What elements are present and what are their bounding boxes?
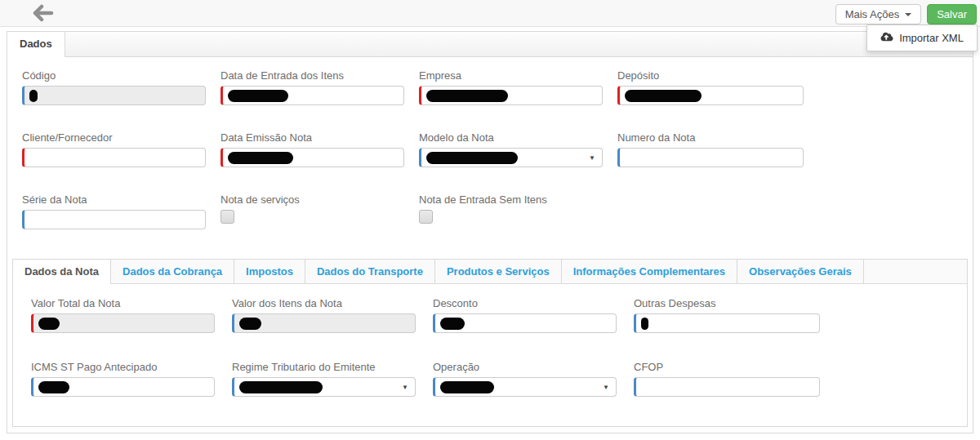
tab-dados-da-cobranca[interactable]: Dados da Cobrança (111, 260, 234, 284)
regime-label: Regime Tributario do Emitente (232, 361, 433, 373)
outras-despesas-label: Outras Despesas (634, 297, 835, 309)
deposito-input[interactable] (617, 86, 804, 105)
caret-down-icon (905, 13, 911, 16)
field-nota-servicos: Nota de serviços (220, 193, 419, 229)
field-cliente: Cliente/Fornecedor (22, 131, 220, 167)
field-nota-entrada-sem-itens: Nota de Entrada Sem Itens (419, 193, 617, 229)
cliente-input[interactable] (22, 148, 206, 167)
field-numero: Numero da Nota (617, 131, 816, 167)
redacted-value (426, 90, 508, 102)
serie-label: Série da Nota (22, 193, 220, 206)
redacted-value (239, 381, 323, 393)
field-cfop: CFOP (634, 361, 835, 397)
field-operacao: Operação ▼ (433, 361, 634, 397)
form-row-2: Cliente/Fornecedor Data Emissão Nota Mod… (22, 131, 973, 167)
operacao-select[interactable]: ▼ (433, 377, 617, 397)
tab-produtos-e-servicos[interactable]: Produtos e Serviços (435, 260, 562, 284)
field-valor-total: Valor Total da Nota (31, 297, 232, 333)
data-emissao-label: Data Emissão Nota (220, 131, 419, 144)
field-data-entrada: Data de Entrada dos Itens (220, 69, 419, 105)
mais-acoes-dropdown: Importar XML (866, 24, 978, 51)
icms-st-input[interactable] (31, 377, 215, 397)
empresa-input[interactable] (419, 86, 603, 105)
field-serie: Série da Nota (22, 193, 220, 229)
codigo-input[interactable] (22, 86, 206, 105)
deposito-label: Depósito (617, 69, 816, 82)
cloud-upload-icon (880, 32, 893, 44)
form-row-1: Código Data de Entrada dos Itens Empresa… (22, 69, 973, 105)
desconto-input[interactable] (433, 313, 617, 333)
mais-acoes-button[interactable]: Mais Ações (835, 4, 921, 24)
valor-itens-label: Valor dos Itens da Nota (232, 297, 433, 309)
field-desconto: Desconto (433, 297, 634, 333)
panel-row-2: ICMS ST Pago Antecipado Regime Tributari… (31, 361, 967, 397)
chevron-down-icon: ▼ (589, 154, 595, 162)
cfop-label: CFOP (634, 361, 835, 373)
operacao-label: Operação (433, 361, 634, 373)
valor-itens-input[interactable] (232, 313, 416, 333)
cliente-label: Cliente/Fornecedor (22, 131, 220, 144)
main-container: Dados Código Data de Entrada dos Itens E… (7, 31, 973, 433)
form-row-3: Série da Nota Nota de serviços Nota de E… (22, 193, 973, 229)
desconto-label: Desconto (433, 297, 634, 309)
tab-informacoes-complementares[interactable]: Informações Complementares (562, 260, 737, 284)
detail-tabbar: Dados da Nota Dados da Cobrança Impostos… (13, 260, 967, 284)
field-empresa: Empresa (419, 69, 617, 105)
redacted-value (625, 90, 702, 102)
cfop-input[interactable] (634, 377, 820, 397)
importar-xml-label: Importar XML (899, 32, 964, 44)
field-codigo: Código (22, 69, 220, 105)
valor-total-label: Valor Total da Nota (31, 297, 232, 309)
data-emissao-input[interactable] (220, 148, 404, 167)
nota-servicos-label: Nota de serviços (220, 193, 419, 206)
redacted-value (228, 90, 288, 102)
serie-input[interactable] (22, 210, 206, 229)
redacted-value (239, 318, 261, 330)
redacted-value (426, 152, 518, 164)
codigo-label: Código (22, 69, 220, 82)
nota-form: Código Data de Entrada dos Itens Empresa… (7, 57, 973, 229)
redacted-value (440, 318, 465, 330)
back-arrow-icon (33, 12, 54, 24)
back-button[interactable] (31, 4, 56, 24)
tab-impostos[interactable]: Impostos (234, 260, 305, 284)
importar-xml-menu-item[interactable]: Importar XML (867, 25, 977, 51)
top-bar: Mais Ações Salvar (0, 0, 980, 27)
redacted-value (38, 318, 60, 330)
nota-entrada-sem-itens-checkbox[interactable] (419, 210, 433, 224)
field-icms-st: ICMS ST Pago Antecipado (31, 361, 232, 397)
field-modelo: Modelo da Nota ▼ (419, 131, 617, 167)
chevron-down-icon: ▼ (603, 384, 609, 391)
field-data-emissao: Data Emissão Nota (220, 131, 419, 167)
page-tabbar: Dados (7, 32, 973, 57)
modelo-label: Modelo da Nota (419, 131, 617, 144)
nota-entrada-sem-itens-label: Nota de Entrada Sem Itens (419, 193, 617, 206)
redacted-value (38, 381, 69, 393)
mais-acoes-label: Mais Ações (845, 8, 899, 20)
redacted-value (29, 90, 38, 102)
panel-row-1: Valor Total da Nota Valor dos Itens da N… (31, 297, 967, 333)
modelo-select[interactable]: ▼ (419, 148, 603, 167)
topbar-actions: Mais Ações Salvar (835, 4, 977, 24)
empresa-label: Empresa (419, 69, 617, 82)
tab-dados-da-nota[interactable]: Dados da Nota (13, 260, 111, 284)
tab-observacoes-gerais[interactable]: Observações Gerais (737, 260, 864, 284)
numero-input[interactable] (617, 148, 804, 167)
data-entrada-label: Data de Entrada dos Itens (220, 69, 419, 82)
regime-select[interactable]: ▼ (232, 377, 416, 397)
redacted-value (228, 152, 293, 164)
salvar-button[interactable]: Salvar (927, 4, 977, 24)
tab-dados[interactable]: Dados (7, 32, 65, 57)
valor-total-input[interactable] (31, 313, 215, 333)
field-deposito: Depósito (617, 69, 816, 105)
field-regime: Regime Tributario do Emitente ▼ (232, 361, 433, 397)
data-entrada-input[interactable] (220, 86, 404, 105)
outras-despesas-input[interactable] (634, 313, 820, 333)
nota-servicos-checkbox[interactable] (220, 210, 234, 224)
chevron-down-icon: ▼ (402, 384, 408, 391)
nota-detail-panel: Dados da Nota Dados da Cobrança Impostos… (12, 259, 968, 427)
redacted-value (641, 318, 648, 330)
dados-da-nota-form: Valor Total da Nota Valor dos Itens da N… (13, 284, 967, 397)
tab-dados-do-transporte[interactable]: Dados do Transporte (305, 260, 435, 284)
field-outras-despesas: Outras Despesas (634, 297, 835, 333)
